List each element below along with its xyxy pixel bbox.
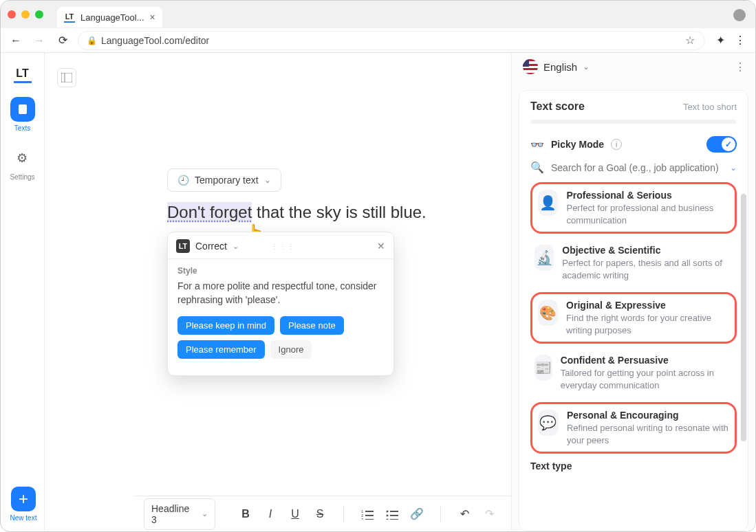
goal-item[interactable]: 🔬 Objective & Scientific Perfect for pap… — [530, 239, 737, 287]
goal-icon: 👤 — [538, 190, 558, 216]
close-popup-icon[interactable]: ✕ — [377, 241, 385, 252]
browser-toolbar: ← → ⟳ 🔒 LanguageTool.com/editor ☆ ✦ ⋮ — [1, 28, 755, 53]
undo-button[interactable]: ↶ — [452, 502, 477, 527]
editor-area: 🕘 Temporary text ⌄ Don't forget that the… — [45, 53, 511, 531]
svg-rect-1 — [61, 73, 72, 82]
style-select[interactable]: Headline 3 ⌄ — [144, 498, 215, 530]
extensions-icon[interactable]: ✦ — [716, 34, 725, 47]
text-type-label: Text type — [530, 461, 737, 472]
separator — [343, 506, 344, 522]
sidebar-settings-label: Settings — [10, 173, 34, 181]
lt-badge-icon: LT — [176, 239, 190, 253]
picky-label: Picky Mode — [551, 139, 604, 150]
popup-section-label: Style — [177, 266, 384, 276]
panel-menu-icon[interactable]: ⋮ — [735, 60, 746, 74]
popup-description: For a more polite and respectful tone, c… — [177, 280, 384, 307]
chevron-down-icon: ⌄ — [264, 175, 271, 185]
clock-icon: 🕘 — [177, 175, 189, 186]
goal-desc: Find the right words for your creative w… — [566, 312, 729, 336]
document-icon — [17, 103, 29, 115]
document-title: Temporary text — [195, 175, 259, 186]
goal-item[interactable]: 🎨 Original & Expressive Find the right w… — [530, 292, 737, 344]
goal-title: Personal & Encouraging — [567, 410, 729, 421]
link-button[interactable]: 🔗 — [404, 502, 429, 527]
maximize-window[interactable] — [35, 10, 43, 19]
underline-button[interactable]: U — [283, 502, 307, 527]
gear-icon: ⚙ — [10, 146, 34, 170]
browser-menu-icon[interactable]: ⋮ — [732, 34, 748, 47]
redo-button[interactable]: ↷ — [477, 502, 501, 527]
numbered-list-button[interactable]: 123 — [355, 502, 380, 527]
app-logo[interactable]: LT — [14, 65, 32, 83]
svg-point-11 — [387, 514, 389, 516]
goal-icon: 📰 — [534, 355, 552, 381]
goals-list: 👤 Professional & Serious Perfect for pro… — [530, 182, 737, 454]
flag-us-icon — [523, 59, 538, 74]
suggestion-chip[interactable]: Please note — [280, 316, 344, 335]
goal-item[interactable]: 📰 Confident & Persuasive Tailored for ge… — [530, 349, 737, 397]
goal-search-input[interactable] — [550, 162, 737, 174]
browser-tab[interactable]: LT LanguageTool... × — [57, 7, 162, 27]
svg-point-9 — [387, 510, 389, 512]
score-card: Text score Text too short 👓 Picky Mode i… — [519, 90, 748, 531]
sidebar-texts-label: Texts — [14, 124, 30, 132]
new-text-button[interactable]: + New text — [8, 487, 39, 522]
forward-button[interactable]: → — [31, 34, 47, 47]
goal-search[interactable]: 🔍 ⌄ — [530, 161, 737, 174]
close-window[interactable] — [8, 10, 16, 19]
ignore-button[interactable]: Ignore — [270, 340, 312, 359]
goal-item[interactable]: 💬 Personal & Encouraging Refined persona… — [530, 402, 737, 454]
tab-title: LanguageTool... — [80, 12, 144, 23]
info-icon[interactable]: i — [611, 139, 622, 150]
goal-title: Professional & Serious — [566, 190, 729, 201]
scrollbar[interactable] — [741, 194, 746, 441]
plus-icon: + — [11, 487, 36, 511]
score-progress — [530, 120, 737, 124]
svg-point-13 — [387, 518, 389, 520]
bookmark-icon[interactable]: ☆ — [685, 34, 695, 47]
minimize-window[interactable] — [21, 10, 30, 19]
language-selector[interactable]: English ⌄ ⋮ — [512, 53, 755, 80]
lock-icon: 🔒 — [87, 36, 97, 45]
favicon-icon: LT — [64, 12, 75, 23]
chevron-down-icon: ⌄ — [202, 509, 208, 518]
strikethrough-button[interactable]: S — [307, 502, 332, 527]
goal-desc: Tailored for getting your point across i… — [561, 367, 733, 391]
suggestion-chip[interactable]: Please remember — [177, 340, 265, 359]
highlighted-text[interactable]: Don't forget — [167, 202, 252, 222]
chevron-down-icon: ⌄ — [583, 62, 590, 71]
style-select-label: Headline 3 — [151, 503, 196, 525]
editor-content[interactable]: Don't forget that the sky is still blue. — [167, 203, 426, 222]
goal-icon: 🎨 — [538, 300, 558, 326]
goal-desc: Refined personal writing to resonate wit… — [567, 422, 729, 446]
reload-button[interactable]: ⟳ — [54, 34, 71, 47]
document-title-chip[interactable]: 🕘 Temporary text ⌄ — [167, 168, 281, 192]
goal-icon: 🔬 — [534, 245, 554, 271]
italic-button[interactable]: I — [258, 502, 283, 527]
sidebar-texts[interactable]: Texts — [10, 97, 35, 132]
goal-item[interactable]: 👤 Professional & Serious Perfect for pro… — [530, 182, 737, 234]
picky-mode-row: 👓 Picky Mode i — [530, 136, 737, 153]
separator — [440, 506, 441, 522]
bold-button[interactable]: B — [233, 502, 258, 527]
goal-title: Confident & Persuasive — [561, 355, 733, 366]
chevron-down-icon[interactable]: ⌄ — [730, 163, 737, 173]
suggestion-chips: Please keep in mind Please note Please r… — [177, 316, 384, 359]
svg-rect-0 — [19, 104, 27, 114]
back-button[interactable]: ← — [8, 34, 24, 47]
bullet-list-button[interactable] — [380, 502, 404, 527]
search-icon: 🔍 — [530, 161, 544, 174]
score-subtitle: Text too short — [683, 102, 737, 112]
url-text: LanguageTool.com/editor — [101, 35, 209, 46]
address-bar[interactable]: 🔒 LanguageTool.com/editor ☆ — [78, 31, 705, 50]
drag-handle-icon[interactable]: ⋮⋮⋮ — [271, 243, 296, 250]
chevron-down-icon[interactable]: ⌄ — [233, 242, 239, 251]
profile-avatar[interactable] — [733, 9, 746, 21]
suggestion-chip[interactable]: Please keep in mind — [177, 316, 274, 335]
picky-toggle[interactable] — [706, 136, 737, 153]
panel-toggle-icon[interactable] — [57, 68, 76, 87]
sidebar-settings[interactable]: ⚙ Settings — [10, 146, 34, 181]
close-tab-icon[interactable]: × — [150, 12, 155, 23]
suggestion-popup: LT Correct ⌄ ⋮⋮⋮ ✕ Style For a more poli… — [167, 232, 394, 376]
glasses-icon: 👓 — [530, 138, 544, 151]
